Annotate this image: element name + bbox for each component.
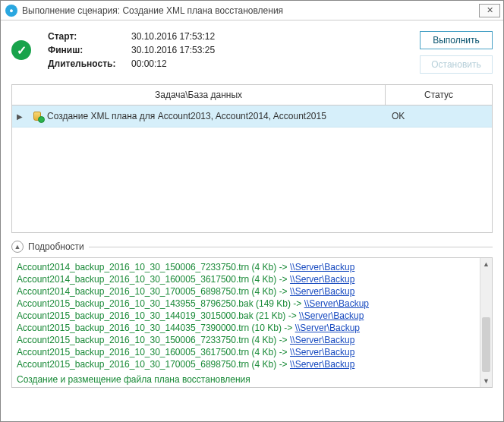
row-indicator-icon: ▶ bbox=[12, 112, 27, 121]
log-scrollbar[interactable]: ▲ ▼ bbox=[480, 258, 492, 387]
column-header-task[interactable]: Задача\База данных bbox=[12, 85, 386, 105]
summary-table: Старт: 30.10.2016 17:53:12 Финиш: 30.10.… bbox=[48, 31, 283, 69]
start-value: 30.10.2016 17:53:12 bbox=[131, 31, 283, 42]
log-line: Account2014_backup_2016_10_30_150006_723… bbox=[17, 261, 475, 273]
row-status-cell: OK bbox=[386, 106, 492, 126]
log-line: Создание и размещение файла плана восста… bbox=[17, 373, 475, 386]
close-button[interactable]: ✕ bbox=[479, 4, 500, 17]
scroll-thumb[interactable] bbox=[482, 317, 490, 372]
collapse-up-icon: ▲ bbox=[11, 241, 24, 253]
log-line: Account2015_backup_2016_10_30_143955_879… bbox=[17, 298, 475, 310]
log-line: Account2014_backup_2016_10_30_160005_361… bbox=[17, 273, 475, 285]
log-destination-link[interactable]: \\Server\Backup bbox=[295, 323, 360, 333]
duration-label: Длительность: bbox=[48, 58, 131, 69]
row-task-text: Создание XML плана для Account2013, Acco… bbox=[47, 111, 326, 121]
duration-value: 00:00:12 bbox=[131, 58, 283, 69]
action-buttons: Выполнить Остановить bbox=[420, 31, 493, 74]
stop-button: Остановить bbox=[420, 55, 493, 74]
log-line: Account2015_backup_2016_10_30_144035_739… bbox=[17, 322, 475, 334]
dialog-window: ● Выполнение сценария: Создание XML план… bbox=[0, 0, 504, 422]
log-destination-link[interactable]: \\Server\Backup bbox=[299, 310, 364, 321]
log-text-area[interactable]: Account2014_backup_2016_10_30_150006_723… bbox=[12, 258, 480, 387]
log-destination-link[interactable]: \\Server\Backup bbox=[139, 386, 203, 387]
details-toggle[interactable]: ▲ Подробности bbox=[11, 241, 493, 253]
column-header-status[interactable]: Статус bbox=[386, 85, 492, 105]
row-task-cell: Создание XML плана для Account2013, Acco… bbox=[27, 106, 386, 127]
execute-button[interactable]: Выполнить bbox=[420, 31, 493, 49]
task-grid: Задача\База данных Статус ▶ Создание XML… bbox=[11, 84, 493, 233]
scroll-up-button[interactable]: ▲ bbox=[480, 258, 492, 270]
database-ok-icon bbox=[32, 110, 44, 122]
summary-row: ✓ Старт: 30.10.2016 17:53:12 Финиш: 30.1… bbox=[11, 31, 493, 74]
log-destination-link[interactable]: \\Server\Backup bbox=[304, 298, 369, 309]
log-panel: Account2014_backup_2016_10_30_150006_723… bbox=[11, 257, 493, 388]
grid-header: Задача\База данных Статус bbox=[12, 85, 492, 106]
finish-label: Финиш: bbox=[48, 45, 131, 55]
log-destination-link[interactable]: \\Server\Backup bbox=[290, 286, 354, 297]
log-line: Account2015_backup_2016_10_30_160005_361… bbox=[17, 346, 475, 358]
log-destination-link[interactable]: \\Server\Backup bbox=[290, 347, 354, 357]
log-line: Account2015_backup_2016_10_30_150006_723… bbox=[17, 334, 475, 346]
log-line: Account2015_backup_2016_10_30_170005_689… bbox=[17, 358, 475, 370]
log-destination-link[interactable]: \\Server\Backup bbox=[290, 335, 354, 345]
log-line: RestorationPlan.xml (8 Kb) -> \\Server\B… bbox=[17, 386, 475, 387]
log-destination-link[interactable]: \\Server\Backup bbox=[290, 262, 354, 272]
log-destination-link[interactable]: \\Server\Backup bbox=[290, 274, 354, 285]
success-icon: ✓ bbox=[11, 40, 31, 60]
details-label: Подробности bbox=[28, 241, 84, 252]
log-line: Account2014_backup_2016_10_30_170005_689… bbox=[17, 285, 475, 298]
titlebar[interactable]: ● Выполнение сценария: Создание XML план… bbox=[1, 1, 503, 20]
log-line: Account2015_backup_2016_10_30_144019_301… bbox=[17, 310, 475, 322]
content-area: ✓ Старт: 30.10.2016 17:53:12 Финиш: 30.1… bbox=[1, 20, 503, 421]
table-row[interactable]: ▶ Создание XML плана для Account2013, Ac… bbox=[12, 106, 492, 128]
finish-value: 30.10.2016 17:53:25 bbox=[131, 45, 283, 55]
start-label: Старт: bbox=[48, 31, 131, 42]
app-icon: ● bbox=[5, 5, 17, 17]
window-title: Выполнение сценария: Создание XML плана … bbox=[22, 5, 479, 16]
grid-body: ▶ Создание XML плана для Account2013, Ac… bbox=[12, 106, 492, 232]
details-rule bbox=[89, 247, 493, 247]
log-destination-link[interactable]: \\Server\Backup bbox=[290, 359, 354, 370]
scroll-down-button[interactable]: ▼ bbox=[480, 375, 492, 387]
